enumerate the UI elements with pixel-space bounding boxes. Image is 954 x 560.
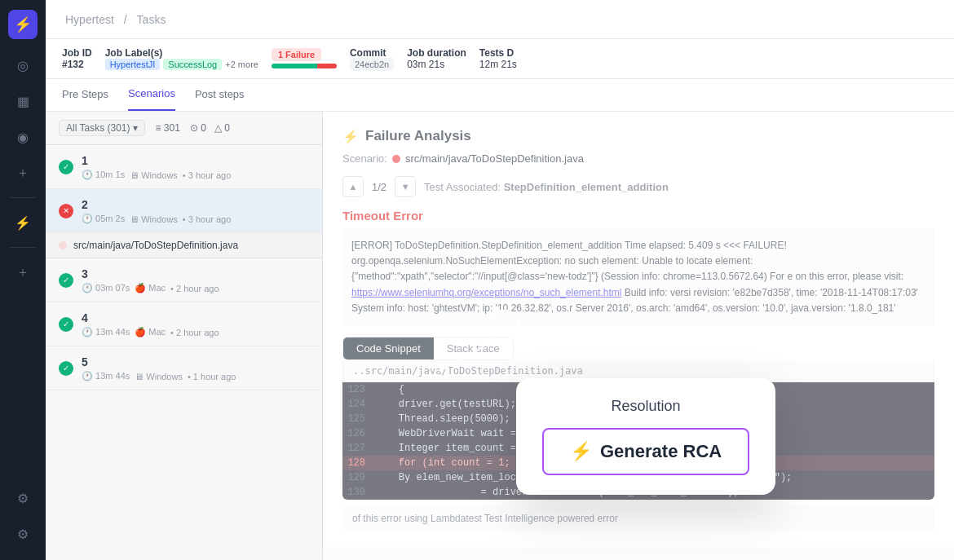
tab-pre-steps[interactable]: Pre Steps [62,79,108,111]
task-time-5: • 1 hour ago [188,372,236,381]
left-panel: All Tasks (301) ▾ ≡ 301 ⊙ 0 △ 0 ✓ 1 🕐 10… [46,112,323,560]
task-number-1: 1 [82,154,88,167]
line-num-129: 129 [342,472,375,483]
tab-stack-trace[interactable]: Stack trace [434,337,513,359]
job-label-2: SuccessLog [163,59,222,70]
task-number-3: 3 [82,267,88,280]
task-number-4: 4 [82,311,88,324]
scenario-path[interactable]: src/main/java/ToDoStepDefinition.java [73,240,238,251]
task-item-5[interactable]: ✓ 5 🕐 13m 44s 🖥 Windows • 1 hour ago [46,346,322,390]
content-row: All Tasks (301) ▾ ≡ 301 ⊙ 0 △ 0 ✓ 1 🕐 10… [46,112,954,560]
progress-bar [272,64,337,68]
sidebar: ⚡ ◎ ▦ ◉ ＋ ⚡ ＋ ⚙ ⚙ [0,0,46,560]
task-item[interactable]: ✓ 1 🕐 10m 1s 🖥 Windows • 3 hour ago [46,145,322,189]
job-id-label: Job ID [62,47,92,59]
task-duration-5: 🕐 13m 44s [82,371,130,381]
panel-title: ⚡ Failure Analysis [342,128,934,144]
main-content: Hypertest / Tasks Job ID #132 Job Label(… [46,0,954,560]
chevron-down-icon: ▾ [133,122,138,134]
task-platform-2: 🖥 Windows [130,214,178,224]
task-item-3[interactable]: ✓ 3 🕐 03m 07s 🍎 Mac • 2 hour ago [46,258,322,302]
sidebar-item-check[interactable]: ◉ [7,121,39,153]
tab-scenarios[interactable]: Scenarios [128,79,175,111]
status-red-2: ✕ [59,204,73,218]
tab-code-snippet[interactable]: Code Snippet [343,337,434,359]
sidebar-item-plus2[interactable]: ＋ [7,256,39,289]
sidebar-item-add[interactable]: ＋ [7,157,39,189]
task-duration-4: 🕐 13m 44s [82,327,130,337]
breadcrumb-part1[interactable]: Hypertest [65,13,114,26]
rca-footer-text: of this error using Lambdatest Test Inte… [352,513,618,524]
failure-col: 1 Failure [272,49,337,68]
nav-count: 1/2 [372,181,386,193]
check-circle-icon: ◉ [17,130,29,145]
all-tasks-label: All Tasks (301) [66,122,130,134]
task-time-4: • 2 hour ago [170,328,219,337]
status-green-3: ✓ [59,273,73,288]
job-labels: HypertestJI SuccessLog +2 more [105,59,258,70]
task-item-4[interactable]: ✓ 4 🕐 13m 44s 🍎 Mac • 2 hour ago [46,302,322,346]
nav-next-btn[interactable]: ▼ [395,176,416,197]
sidebar-item-bolt[interactable]: ⚡ [7,206,39,239]
job-header: Job ID #132 Job Label(s) HypertestJI Suc… [46,39,954,79]
line-code-127: Integer item_count = 5; [375,443,533,454]
task-duration-1: 🕐 10m 1s [82,170,125,180]
grid-icon: ▦ [17,94,29,109]
task-time-2: • 3 hour ago [183,214,232,224]
task-time-3: • 2 hour ago [170,284,219,293]
sidebar-item-gear[interactable]: ⚙ [7,482,39,514]
scenario-label-text: Scenario: [342,152,387,165]
task-number-2: 2 [82,198,88,211]
task-duration-3: 🕐 03m 07s [82,283,130,293]
task-meta-row-2: 🕐 05m 2s 🖥 Windows • 3 hour ago [82,214,309,224]
code-tabs-container: Code Snippet Stack trace [342,337,934,360]
task-meta-1: 1 🕐 10m 1s 🖥 Windows • 3 hour ago [82,153,309,180]
test-name: StepDefinition_element_addition [504,181,669,193]
panel-title-text: Failure Analysis [365,128,471,144]
code-tabs: Code Snippet Stack trace [342,337,514,360]
task-item-2[interactable]: ✕ 2 🕐 05m 2s 🖥 Windows • 3 hour ago [46,189,322,233]
breadcrumb-part2[interactable]: Tasks [137,13,166,26]
status-green-5: ✓ [59,361,73,376]
job-id-col: Job ID #132 [62,47,92,70]
error-text: [ERROR] ToDoStepDefinition.StepDefinitio… [342,229,934,325]
chevron-down-icon: ▼ [401,182,410,192]
sidebar-divider [10,197,36,198]
job-label-more: +2 more [225,60,258,69]
duration-value: 03m 21s [407,59,466,70]
line-num-126: 126 [342,428,375,439]
settings-icon: ⚙ [17,527,29,542]
sidebar-logo[interactable]: ⚡ [8,10,38,39]
scenario-red-dot [392,155,400,163]
status-green-1: ✓ [59,160,73,174]
scenario-file-path: src/main/java/ToDoStepDefinition.java [405,152,584,165]
topbar: Hypertest / Tasks [46,0,954,39]
task-meta-5: 5 🕐 13m 44s 🖥 Windows • 1 hour ago [82,355,309,381]
task-meta-row-3: 🕐 03m 07s 🍎 Mac • 2 hour ago [82,283,309,293]
generate-rca-button[interactable]: ⚡ Generate RCA [542,428,749,475]
job-label-col: Job Label(s) HypertestJI SuccessLog +2 m… [105,47,258,70]
commit-value: 24ecb2n [350,58,394,71]
tests-col: Tests D 12m 21s [479,47,517,70]
sidebar-item-home[interactable]: ◎ [7,49,39,82]
job-label-1: HypertestJI [105,59,161,70]
commit-col: Commit 24ecb2n [350,47,394,70]
all-tasks-filter[interactable]: All Tasks (301) ▾ [59,120,145,136]
logo-icon: ⚡ [14,15,32,33]
job-label-header: Job Label(s) [105,47,258,59]
error-link[interactable]: https://www.seleniumhq.org/exceptions/no… [351,287,622,298]
line-code-123: { [375,384,404,395]
task-platform-3: 🍎 Mac [135,283,166,293]
line-num-127: 127 [342,443,375,454]
commit-label: Commit [350,47,394,59]
bolt-icon: ⚡ [15,215,31,231]
sidebar-item-dashboard[interactable]: ▦ [7,85,39,117]
breadcrumb: Hypertest / Tasks [62,13,169,26]
status-icons: ⊙ 0 △ 0 [190,122,230,134]
line-num-123: 123 [342,384,375,395]
nav-prev-btn[interactable]: ▲ [342,176,364,197]
line-code-124: driver.get(testURL); [375,399,516,410]
sidebar-item-settings[interactable]: ⚙ [7,518,39,550]
tab-post-steps[interactable]: Post steps [195,79,245,111]
task-platform-4: 🍎 Mac [135,327,166,337]
